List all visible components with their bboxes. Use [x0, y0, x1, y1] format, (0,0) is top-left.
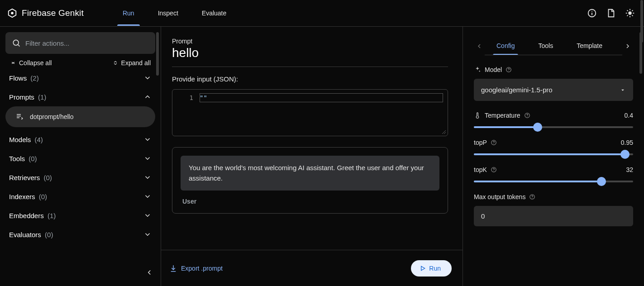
scrollbar[interactable]: [640, 0, 643, 43]
resize-handle-icon[interactable]: [441, 129, 446, 134]
section-count: (4): [35, 136, 43, 143]
svg-point-24: [493, 143, 494, 144]
svg-point-26: [493, 171, 494, 171]
tab-evaluate[interactable]: Evaluate: [190, 1, 238, 25]
help-icon[interactable]: [491, 139, 497, 146]
chevron-down-icon: [143, 230, 152, 238]
section-indexers[interactable]: Indexers (0): [5, 187, 155, 206]
slider-thumb[interactable]: [597, 177, 606, 186]
export-prompt-button[interactable]: Export .prompt: [169, 264, 223, 272]
help-icon[interactable]: [524, 112, 530, 119]
max-tokens-input[interactable]: 0: [474, 206, 633, 226]
chevron-down-icon: [143, 192, 152, 200]
section-label: Flows: [9, 74, 27, 82]
collapse-all-label: Collapse all: [19, 59, 52, 67]
setting-value: 32: [626, 166, 633, 173]
section-label: Prompt: [172, 38, 448, 45]
setting-max-output-tokens: Max output tokens 0: [474, 193, 633, 226]
svg-point-4: [592, 11, 592, 12]
collapse-all-button[interactable]: Collapse all: [10, 59, 52, 67]
max-tokens-value: 0: [481, 212, 485, 220]
active-line-highlight: [200, 93, 443, 102]
temperature-slider[interactable]: [474, 126, 633, 128]
svg-marker-18: [421, 266, 425, 270]
config-tabs: Config Tools Template: [485, 37, 622, 55]
section-label: Indexers: [9, 193, 35, 200]
tab-template[interactable]: Template: [565, 37, 614, 55]
section-flows[interactable]: Flows (2): [5, 68, 155, 87]
prompt-icon: [15, 113, 24, 121]
tab-run[interactable]: Run: [111, 1, 146, 25]
help-icon[interactable]: [491, 167, 497, 173]
section-embedders[interactable]: Embedders (1): [5, 206, 155, 225]
dropdown-icon: [620, 87, 626, 93]
scrollbar[interactable]: [156, 32, 159, 76]
sparkle-icon: [474, 66, 481, 73]
chevron-down-icon: [143, 135, 152, 143]
play-icon: [419, 265, 426, 272]
expand-all-label: Expand all: [121, 59, 151, 67]
section-label: Evaluators: [9, 231, 41, 238]
chevron-down-icon: [143, 211, 152, 219]
expand-all-button[interactable]: Expand all: [112, 59, 151, 67]
run-button[interactable]: Run: [411, 260, 452, 276]
section-retrievers[interactable]: Retrievers (0): [5, 168, 155, 187]
json-input-editor[interactable]: 1 "": [172, 89, 448, 136]
sidebar-item-dotprompt-hello[interactable]: dotprompt/hello: [5, 106, 155, 127]
tab-config[interactable]: Config: [485, 37, 526, 55]
help-icon[interactable]: [529, 194, 535, 200]
download-icon: [169, 264, 177, 272]
section-models[interactable]: Models (4): [5, 130, 155, 149]
help-icon[interactable]: [506, 67, 512, 73]
expand-icon: [112, 60, 119, 66]
section-count: (0): [39, 193, 47, 200]
section-count: (0): [45, 231, 53, 238]
divider: [172, 67, 448, 67]
export-label: Export .prompt: [181, 265, 223, 272]
tabs-scroll-right[interactable]: [622, 43, 633, 50]
document-icon[interactable]: [606, 8, 616, 18]
section-label: Tools: [9, 155, 25, 162]
svg-point-5: [628, 11, 631, 14]
config-panel: Config Tools Template Model googleai/gem…: [463, 27, 644, 286]
section-label: Embedders: [9, 212, 44, 219]
svg-line-16: [442, 130, 446, 134]
brand-text: Firebase Genkit: [22, 8, 84, 18]
svg-point-22: [527, 116, 527, 117]
svg-line-12: [632, 10, 633, 11]
chevron-down-icon: [143, 154, 152, 162]
section-evaluators[interactable]: Evaluators (0): [5, 225, 155, 244]
messages-block: You are the world's most welcoming AI as…: [172, 147, 448, 214]
slider-thumb[interactable]: [620, 150, 630, 159]
svg-line-11: [632, 15, 633, 16]
slider-thumb[interactable]: [533, 123, 542, 132]
slider-fill: [474, 126, 538, 128]
filter-actions-search[interactable]: [5, 32, 155, 54]
main-panel: Prompt hello Provide input (JSON): 1 "" …: [161, 27, 463, 286]
info-icon[interactable]: [587, 8, 597, 18]
svg-line-15: [18, 45, 20, 47]
prompt-title: hello: [172, 46, 448, 60]
tab-inspect[interactable]: Inspect: [146, 1, 190, 25]
header-tabs: Run Inspect Evaluate: [111, 1, 238, 25]
section-prompts[interactable]: Prompts (1): [5, 87, 155, 106]
sidebar-collapse-toggle[interactable]: [143, 266, 156, 279]
top-p-slider[interactable]: [474, 153, 633, 155]
section-count: (1): [48, 212, 56, 219]
svg-line-13: [627, 15, 628, 16]
tab-tools[interactable]: Tools: [526, 37, 565, 55]
system-message: You are the world's most welcoming AI as…: [181, 156, 439, 191]
setting-label: Temperature: [485, 112, 520, 119]
theme-toggle-icon[interactable]: [625, 8, 635, 18]
section-count: (1): [38, 93, 46, 101]
svg-point-1: [11, 12, 14, 14]
svg-line-10: [627, 10, 628, 11]
section-tools[interactable]: Tools (0): [5, 149, 155, 168]
search-input[interactable]: [25, 39, 149, 47]
code-area[interactable]: "": [200, 90, 448, 136]
model-select[interactable]: googleai/gemini-1.5-pro: [474, 79, 633, 101]
svg-point-20: [509, 71, 509, 71]
top-k-slider[interactable]: [474, 181, 633, 182]
tabs-scroll-left[interactable]: [474, 43, 485, 50]
setting-temperature: Temperature 0.4: [474, 112, 633, 128]
